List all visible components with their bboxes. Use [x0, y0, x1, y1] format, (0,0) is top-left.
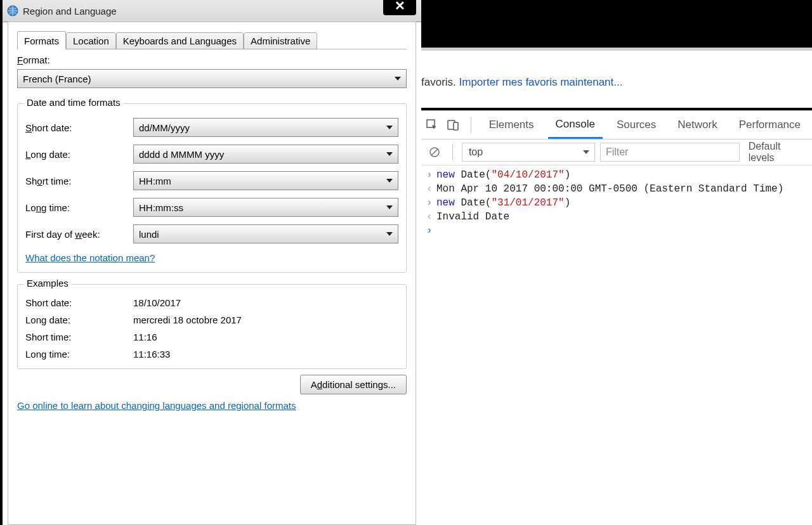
tab-keyboards[interactable]: Keyboards and Languages — [116, 32, 244, 49]
format-combo[interactable]: French (France) — [17, 69, 407, 88]
tab-administrative[interactable]: Administrative — [244, 32, 317, 49]
row-short-time: Short time: HH:mm — [25, 171, 398, 190]
chevron-right-icon — [426, 197, 436, 209]
dialog-titlebar[interactable]: Region and Language ✕ — [3, 0, 421, 22]
region-language-dialog: Region and Language ✕ Formats Location K… — [3, 0, 421, 525]
console-input-line: new Date("04/10/2017") — [421, 168, 812, 182]
combo-long-time[interactable]: HH:mm:ss — [133, 198, 398, 217]
device-toolbar-icon[interactable] — [446, 116, 461, 134]
row-first-day: First day of week: lundi — [25, 224, 398, 243]
tab-formats[interactable]: Formats — [17, 31, 66, 49]
chevron-down-icon — [386, 232, 393, 236]
combo-long-date[interactable]: dddd d MMMM yyyy — [133, 145, 398, 164]
devtools-panel: Elements Console Sources Network Perform… — [421, 110, 812, 525]
format-label: Format: — [17, 55, 407, 65]
console-filter-input[interactable]: Filter — [600, 143, 740, 162]
label-long-date: Long date: — [25, 149, 133, 160]
dialog-body: Formats Location Keyboards and Languages… — [8, 22, 416, 525]
devtools-tab-sources[interactable]: Sources — [609, 112, 664, 138]
label-short-time: Short time: — [25, 176, 133, 186]
chevron-down-icon — [386, 179, 393, 183]
devtools-tabbar: Elements Console Sources Network Perform… — [421, 111, 812, 139]
chevron-right-icon — [426, 225, 436, 237]
tab-location[interactable]: Location — [66, 32, 116, 49]
label-long-time: Long time: — [25, 202, 133, 213]
row-short-date: Short date: dd/MM/yyyy — [25, 118, 398, 137]
date-time-formats-legend: Date and time formats — [24, 97, 123, 108]
chevron-down-icon — [386, 126, 393, 129]
chevron-down-icon — [386, 205, 393, 209]
browser-page: favoris. Importer mes favoris maintenant… — [421, 51, 812, 108]
inspect-element-icon[interactable] — [425, 116, 440, 134]
dialog-title: Region and Language — [23, 6, 117, 16]
globe-icon — [6, 4, 19, 17]
example-short-time: Short time: 11:16 — [25, 332, 398, 342]
example-short-date: Short date: 18/10/2017 — [25, 297, 398, 308]
svg-rect-3 — [454, 122, 458, 130]
close-icon: ✕ — [395, 0, 405, 13]
examples-group: Examples Short date: 18/10/2017 Long dat… — [17, 284, 407, 369]
combo-short-date[interactable]: dd/MM/yyyy — [133, 118, 398, 137]
devtools-tab-performance[interactable]: Performance — [731, 112, 808, 138]
format-combo-value: French (France) — [23, 74, 91, 84]
console-output-line: Mon Apr 10 2017 00:00:00 GMT-0500 (Easte… — [421, 182, 812, 196]
svg-line-5 — [431, 149, 438, 155]
chevron-down-icon — [395, 77, 401, 81]
example-long-time: Long time: 11:16:33 — [25, 349, 398, 360]
chevron-right-icon — [426, 169, 436, 181]
devtools-tab-network[interactable]: Network — [670, 112, 724, 138]
online-link[interactable]: Go online to learn about changing langua… — [17, 400, 296, 411]
console-output-line: Invalid Date — [421, 210, 812, 224]
console-input-line: new Date("31/01/2017") — [421, 196, 812, 210]
dialog-tabstrip: Formats Location Keyboards and Languages… — [17, 29, 407, 49]
label-first-day: First day of week: — [25, 229, 133, 240]
row-long-date: Long date: dddd d MMMM yyyy — [25, 145, 398, 164]
combo-short-time[interactable]: HH:mm — [133, 171, 398, 190]
notation-link[interactable]: What does the notation mean? — [25, 252, 155, 263]
chevron-down-icon — [583, 150, 589, 154]
chevron-down-icon — [386, 152, 393, 156]
examples-legend: Examples — [24, 278, 71, 288]
combo-first-day[interactable]: lundi — [133, 224, 398, 243]
import-favorites-link[interactable]: Importer mes favoris maintenant... — [459, 76, 623, 88]
row-long-time: Long time: HH:mm:ss — [25, 198, 398, 217]
console-output: new Date("04/10/2017")Mon Apr 10 2017 00… — [421, 165, 812, 240]
browser-window: favoris. Importer mes favoris maintenant… — [421, 0, 812, 525]
additional-settings-button[interactable]: Additional settings... — [300, 375, 407, 394]
devtools-tab-elements[interactable]: Elements — [481, 112, 542, 138]
log-level-dropdown[interactable]: Default levels — [749, 141, 807, 164]
bookmarks-bar-hint: favoris. Importer mes favoris maintenant… — [421, 51, 812, 89]
example-long-date: Long date: mercredi 18 octobre 2017 — [25, 314, 398, 325]
devtools-tab-console[interactable]: Console — [548, 112, 603, 139]
close-button[interactable]: ✕ — [383, 0, 416, 15]
execution-context-select[interactable]: top — [462, 143, 595, 162]
console-toolbar: top Filter Default levels — [421, 139, 812, 165]
console-prompt[interactable] — [421, 224, 812, 238]
label-short-date: Short date: — [25, 122, 133, 133]
chevron-left-icon — [426, 211, 436, 223]
date-time-formats-group: Date and time formats Short date: dd/MM/… — [17, 103, 407, 273]
clear-console-icon[interactable] — [426, 143, 443, 161]
chevron-left-icon — [426, 183, 436, 195]
